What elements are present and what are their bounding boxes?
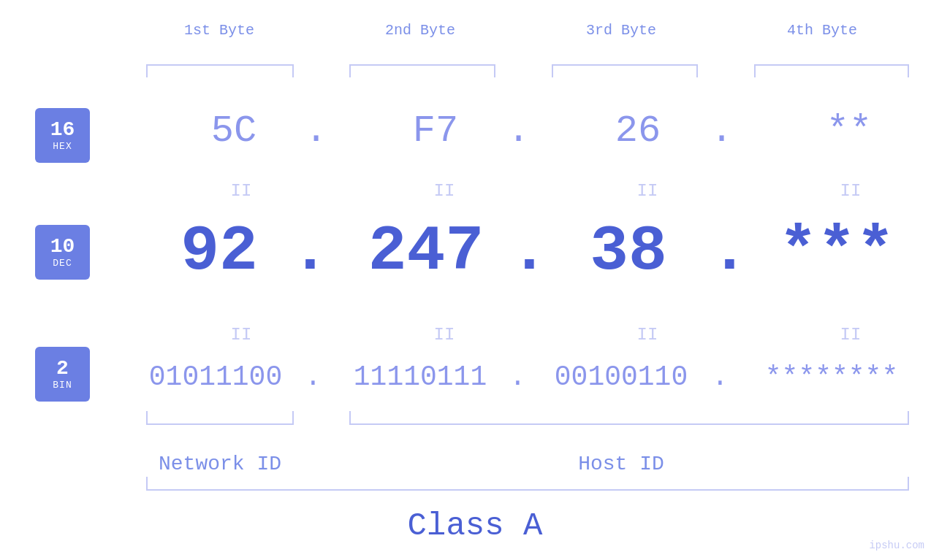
dot-bin-3: . [712,361,729,393]
bracket-bot-b1 [146,423,294,425]
bracket-full [146,489,909,491]
col2-header: 2nd Byte [347,22,493,39]
col4-header: 4th Byte [749,22,895,39]
bracket-top-b2-left [349,64,351,77]
dec-badge: 10 DEC [35,225,90,280]
dec-b1: 92 [146,215,292,288]
bin-b4: ******** [744,361,919,393]
bracket-bot-host [349,423,909,425]
main-container: 16 HEX 10 DEC 2 BIN 1st Byte 2nd Byte 3r… [0,0,939,560]
watermark: ipshu.com [869,540,924,551]
eq-hex-dec-3: II [611,181,684,201]
eq-dec-bin-4: II [814,325,887,345]
bracket-top-b1 [146,64,294,66]
bin-b1: 01011100 [135,361,296,393]
hex-badge: 16 HEX [35,108,90,163]
hex-badge-label: HEX [53,141,72,152]
bin-b2: 11110111 [340,361,501,393]
bracket-top-b2-right [494,64,495,77]
bracket-top-b4-left [754,64,756,77]
bracket-top-b3 [552,64,698,66]
dot-hex-2: . [507,110,530,153]
bracket-top-b4 [754,64,909,66]
dot-dec-3: . [710,215,749,288]
hex-b2: F7 [377,110,494,153]
host-id-label: Host ID [475,453,767,475]
bin-badge: 2 BIN [35,347,90,402]
eq-dec-bin-2: II [408,325,481,345]
bracket-top-b3-right [696,64,698,77]
eq-dec-bin-3: II [611,325,684,345]
dot-dec-2: . [510,215,549,288]
hex-b4: ** [783,110,915,153]
network-id-label: Network ID [146,453,294,475]
eq-dec-bin-1: II [205,325,278,345]
dot-hex-3: . [710,110,733,153]
bracket-bot-b1-left [146,411,148,424]
eq-hex-dec-1: II [205,181,278,201]
bin-badge-label: BIN [53,380,72,391]
col1-header: 1st Byte [146,22,292,39]
bracket-bot-b1-right [292,411,294,424]
dec-badge-num: 10 [50,236,75,258]
bracket-full-right [908,477,909,490]
dec-b4: *** [753,215,921,288]
dec-badge-label: DEC [53,258,72,269]
dot-hex-1: . [305,110,327,153]
bracket-top-b1-left [146,64,148,77]
bin-badge-num: 2 [56,358,69,380]
eq-hex-dec-2: II [408,181,481,201]
dot-bin-1: . [305,361,322,393]
col3-header: 3rd Byte [548,22,694,39]
dot-dec-1: . [291,215,330,288]
dot-bin-2: . [509,361,526,393]
hex-b3: 26 [579,110,696,153]
bracket-top-b1-right [292,64,294,77]
bracket-bot-host-right [908,411,909,424]
dec-b3: 38 [559,215,698,288]
bracket-bot-host-left [349,411,351,424]
eq-hex-dec-4: II [814,181,887,201]
class-label: Class A [110,507,840,544]
bracket-top-b2 [349,64,495,66]
dec-b2: 247 [338,215,514,288]
bracket-top-b3-left [552,64,553,77]
hex-badge-num: 16 [50,119,75,142]
hex-b1: 5C [175,110,292,153]
bracket-top-b4-right [908,64,909,77]
bin-b3: 00100110 [541,361,702,393]
bracket-full-left [146,477,148,490]
